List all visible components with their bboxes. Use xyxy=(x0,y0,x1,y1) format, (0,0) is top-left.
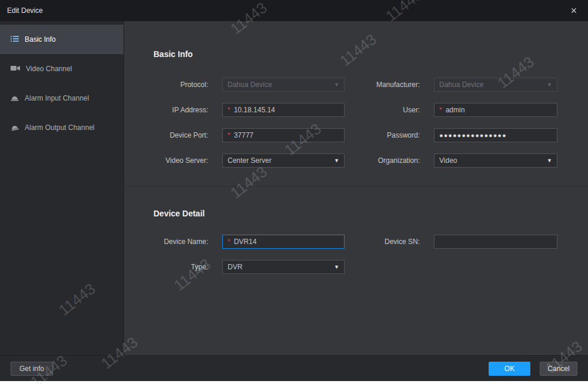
form-row: Protocol: Dahua Device ▼ Manufacturer: D… xyxy=(124,78,588,92)
main-panel: Basic Info Protocol: Dahua Device ▼ Manu… xyxy=(123,21,588,355)
titlebar: Edit Device × xyxy=(0,0,588,21)
organization-value: Video xyxy=(439,156,457,165)
chevron-down-icon: ▼ xyxy=(334,82,339,88)
sidebar-item-label: Video Channel xyxy=(26,65,72,73)
sidebar-item-alarm-output-channel[interactable]: Alarm Output Channel xyxy=(0,113,123,142)
password-label: Password: xyxy=(345,131,427,139)
alarm-output-icon xyxy=(11,123,19,132)
required-marker: * xyxy=(228,238,230,246)
chevron-down-icon: ▼ xyxy=(334,264,339,270)
chevron-down-icon: ▼ xyxy=(547,158,552,163)
required-marker: * xyxy=(439,106,442,114)
protocol-value: Dahua Device xyxy=(228,81,272,89)
device-port-value: 37777 xyxy=(234,131,253,139)
basic-info-form: Protocol: Dahua Device ▼ Manufacturer: D… xyxy=(124,78,588,179)
protocol-select[interactable]: Dahua Device ▼ xyxy=(222,78,345,92)
type-select[interactable]: DVR ▼ xyxy=(222,260,345,274)
device-name-input[interactable]: * DVR14 xyxy=(222,235,345,249)
video-server-select[interactable]: Center Server ▼ xyxy=(222,153,345,168)
form-row: Device Name: * DVR14 Device SN: xyxy=(124,235,588,249)
manufacturer-label: Manufacturer: xyxy=(345,81,427,89)
form-row: Type: DVR ▼ xyxy=(124,260,588,274)
edit-device-dialog: Edit Device × Basic Info Video Channel A… xyxy=(0,0,588,381)
device-sn-input[interactable] xyxy=(434,235,557,249)
get-info-button[interactable]: Get info xyxy=(11,362,53,376)
ip-address-input[interactable]: * 10.18.145.14 xyxy=(222,103,345,117)
protocol-label: Protocol: xyxy=(124,81,215,89)
close-icon[interactable]: × xyxy=(566,4,581,17)
sidebar-item-label: Alarm Output Channel xyxy=(25,123,95,132)
cancel-button[interactable]: Cancel xyxy=(540,362,577,376)
organization-select[interactable]: Video ▼ xyxy=(434,153,557,168)
device-port-input[interactable]: * 37777 xyxy=(222,128,345,142)
organization-label: Organization: xyxy=(345,156,427,165)
sidebar-item-label: Alarm Input Channel xyxy=(25,94,89,102)
video-server-value: Center Server xyxy=(228,156,272,165)
footer-bar: Get info OK Cancel xyxy=(0,355,588,381)
device-port-label: Device Port: xyxy=(124,131,215,139)
form-row: Video Server: Center Server ▼ Organizati… xyxy=(124,153,588,168)
user-input[interactable]: * admin xyxy=(434,103,557,117)
manufacturer-select[interactable]: Dahua Device ▼ xyxy=(434,78,557,92)
ip-address-label: IP Address: xyxy=(124,106,215,114)
user-value: admin xyxy=(446,106,465,114)
video-server-label: Video Server: xyxy=(124,156,215,165)
type-label: Type: xyxy=(124,263,215,271)
user-label: User: xyxy=(345,106,427,114)
required-marker: * xyxy=(228,131,230,139)
device-detail-form: Device Name: * DVR14 Device SN: Type: DV… xyxy=(124,235,588,285)
form-row: IP Address: * 10.18.145.14 User: * admin xyxy=(124,103,588,117)
section-title-basic-info: Basic Info xyxy=(153,49,193,59)
device-sn-label: Device SN: xyxy=(345,238,427,246)
ok-button[interactable]: OK xyxy=(489,362,530,376)
form-row: Device Port: * 37777 Password: ●●●●●●●●●… xyxy=(124,128,588,142)
chevron-down-icon: ▼ xyxy=(547,82,552,88)
manufacturer-value: Dahua Device xyxy=(439,81,483,89)
required-marker: * xyxy=(228,106,230,114)
password-value: ●●●●●●●●●●●●●●● xyxy=(439,132,507,139)
dialog-title: Edit Device xyxy=(7,6,43,15)
sidebar-item-label: Basic Info xyxy=(25,35,56,44)
sidebar: Basic Info Video Channel Alarm Input Cha… xyxy=(0,21,123,355)
alarm-input-icon xyxy=(11,94,19,103)
type-value: DVR xyxy=(228,263,242,271)
camera-icon xyxy=(11,65,20,74)
sidebar-item-video-channel[interactable]: Video Channel xyxy=(0,54,123,84)
chevron-down-icon: ▼ xyxy=(334,158,339,163)
list-icon xyxy=(11,35,19,44)
section-divider xyxy=(124,186,588,186)
device-name-value: DVR14 xyxy=(234,238,257,246)
device-name-label: Device Name: xyxy=(124,238,215,246)
sidebar-item-alarm-input-channel[interactable]: Alarm Input Channel xyxy=(0,84,123,113)
section-title-device-detail: Device Detail xyxy=(153,209,205,218)
sidebar-item-basic-info[interactable]: Basic Info xyxy=(0,25,123,54)
ip-address-value: 10.18.145.14 xyxy=(234,106,275,114)
password-input[interactable]: ●●●●●●●●●●●●●●● xyxy=(434,128,557,142)
